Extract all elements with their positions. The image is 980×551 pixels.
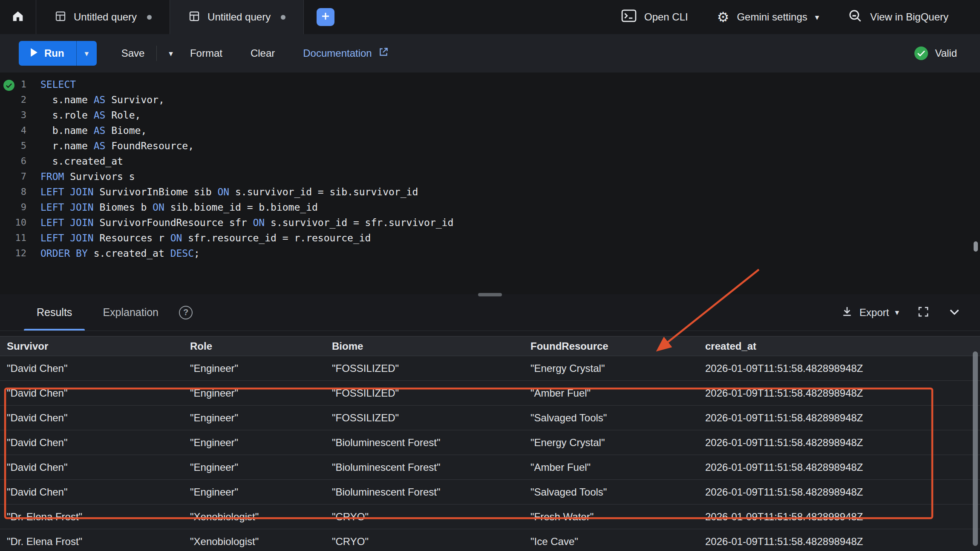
code-line[interactable]: s.created_at: [40, 154, 453, 169]
results-header-row: SurvivorRoleBiomeFoundResourcecreated_at: [0, 336, 980, 356]
help-icon[interactable]: ?: [179, 306, 193, 319]
run-button[interactable]: Run: [19, 41, 76, 66]
table-cell: "Energy Crystal": [524, 356, 698, 381]
bigquery-icon: [848, 9, 862, 26]
gemini-settings-button[interactable]: ⚙ Gemini settings ▾: [703, 0, 834, 34]
table-cell: 2026-01-09T11:51:58.482898948Z: [698, 529, 980, 551]
code-line[interactable]: ORDER BY s.created_at DESC;: [40, 246, 453, 261]
query-icon: [54, 10, 67, 24]
home-button[interactable]: [0, 0, 36, 34]
table-row: "David Chen""Engineer""FOSSILIZED""Amber…: [0, 381, 980, 406]
line-number: 7: [0, 169, 26, 184]
query-status: Valid: [914, 46, 961, 60]
line-number: 3: [0, 107, 26, 123]
code-line[interactable]: b.name AS Biome,: [40, 123, 453, 138]
chevron-down-icon: ▾: [895, 308, 899, 316]
chevron-down-icon: ▾: [815, 13, 819, 21]
table-cell: 2026-01-09T11:51:58.482898948Z: [698, 480, 980, 505]
table-row: "David Chen""Engineer""FOSSILIZED""Salva…: [0, 406, 980, 430]
save-options-dropdown[interactable]: ▾: [169, 49, 173, 58]
line-number: 11: [0, 230, 26, 246]
topbar-actions: Open CLI ⚙ Gemini settings ▾ View in Big…: [607, 0, 980, 34]
home-icon: [11, 9, 25, 25]
fullscreen-icon: [917, 305, 930, 320]
run-label: Run: [44, 47, 64, 59]
export-label: Export: [859, 307, 889, 319]
open-cli-label: Open CLI: [644, 11, 688, 23]
line-number: 8: [0, 184, 26, 200]
tab-explanation[interactable]: Explanation: [87, 294, 174, 331]
code-line[interactable]: LEFT JOIN Resources r ON sfr.resource_id…: [40, 230, 453, 246]
panel-resize-handle[interactable]: [478, 293, 502, 296]
table-cell: "Dr. Elena Frost": [0, 505, 183, 529]
code-line[interactable]: s.role AS Role,: [40, 107, 453, 123]
collapse-panel-button[interactable]: [948, 305, 961, 320]
view-in-bigquery-button[interactable]: View in BigQuery: [833, 0, 963, 34]
top-tab-bar: Untitled query Untitled query: [0, 0, 980, 34]
table-row: "Dr. Elena Frost""Xenobiologist""CRYO""F…: [0, 505, 980, 529]
table-cell: "David Chen": [0, 480, 183, 505]
fullscreen-button[interactable]: [917, 305, 930, 320]
table-cell: "Amber Fuel": [524, 455, 698, 480]
gemini-settings-label: Gemini settings: [737, 11, 807, 23]
export-button[interactable]: Export ▾: [841, 305, 899, 320]
table-cell: 2026-01-09T11:51:58.482898948Z: [698, 406, 980, 430]
new-tab-button[interactable]: [317, 8, 334, 26]
table-row: "David Chen""Engineer""FOSSILIZED""Energ…: [0, 356, 980, 381]
documentation-label: Documentation: [303, 47, 372, 59]
table-cell: 2026-01-09T11:51:58.482898948Z: [698, 430, 980, 455]
table-cell: "Engineer": [183, 430, 325, 455]
external-link-icon: [378, 46, 389, 60]
table-cell: "Xenobiologist": [183, 505, 325, 529]
table-row: "David Chen""Engineer""Bioluminescent Fo…: [0, 430, 980, 455]
table-cell: "Engineer": [183, 356, 325, 381]
code-line[interactable]: s.name AS Survivor,: [40, 92, 453, 107]
chevron-down-icon: [948, 305, 961, 320]
table-cell: "Salvaged Tools": [524, 480, 698, 505]
run-options-dropdown[interactable]: ▾: [76, 41, 97, 66]
editor-scrollbar[interactable]: [974, 241, 978, 252]
code-line[interactable]: LEFT JOIN SurvivorInBiome sib ON s.survi…: [40, 184, 453, 200]
unsaved-indicator-dot: [281, 15, 285, 20]
code-line[interactable]: SELECT: [40, 77, 453, 92]
table-cell: "Energy Crystal": [524, 430, 698, 455]
line-number: 2: [0, 92, 26, 107]
table-cell: "Bioluminescent Forest": [325, 430, 524, 455]
tab-label: Untitled query: [208, 11, 271, 23]
line-number: 4: [0, 123, 26, 138]
table-cell: "Ice Cave": [524, 529, 698, 551]
tab-untitled-query-1[interactable]: Untitled query: [36, 0, 170, 34]
run-split-button: Run ▾: [19, 41, 97, 66]
table-cell: "Salvaged Tools": [524, 406, 698, 430]
editor-code[interactable]: SELECT s.name AS Survivor, s.role AS Rol…: [31, 77, 453, 294]
results-table: SurvivorRoleBiomeFoundResourcecreated_at…: [0, 336, 980, 551]
open-cli-button[interactable]: Open CLI: [607, 0, 703, 34]
table-cell: "David Chen": [0, 430, 183, 455]
plus-icon: [321, 12, 330, 23]
format-button[interactable]: Format: [190, 47, 222, 59]
download-icon: [841, 305, 853, 320]
table-cell: "CRYO": [325, 529, 524, 551]
tab-results[interactable]: Results: [21, 294, 87, 331]
code-line[interactable]: LEFT JOIN SurvivorFoundResource sfr ON s…: [40, 215, 453, 230]
save-button[interactable]: Save: [121, 47, 145, 59]
table-cell: "CRYO": [325, 505, 524, 529]
table-cell: "FOSSILIZED": [325, 406, 524, 430]
results-tab-label: Results: [37, 306, 72, 319]
table-cell: 2026-01-09T11:51:58.482898948Z: [698, 356, 980, 381]
documentation-link[interactable]: Documentation: [303, 46, 389, 60]
tab-untitled-query-2[interactable]: Untitled query: [170, 0, 304, 34]
code-line[interactable]: r.name AS FoundResource,: [40, 138, 453, 154]
code-line[interactable]: FROM Survivors s: [40, 169, 453, 184]
column-header-foundresource: FoundResource: [524, 336, 698, 356]
sql-editor[interactable]: 123456789101112 SELECT s.name AS Survivo…: [0, 72, 980, 294]
column-header-biome: Biome: [325, 336, 524, 356]
table-cell: "FOSSILIZED": [325, 381, 524, 406]
results-panel: Results Explanation ? Export ▾: [0, 294, 980, 551]
terminal-icon: [621, 9, 637, 25]
table-row: "David Chen""Engineer""Bioluminescent Fo…: [0, 480, 980, 505]
code-line[interactable]: LEFT JOIN Biomes b ON sib.biome_id = b.b…: [40, 200, 453, 215]
results-scrollbar[interactable]: [973, 351, 978, 546]
clear-button[interactable]: Clear: [251, 47, 275, 59]
bigquery-studio-app: Untitled query Untitled query: [0, 0, 980, 551]
